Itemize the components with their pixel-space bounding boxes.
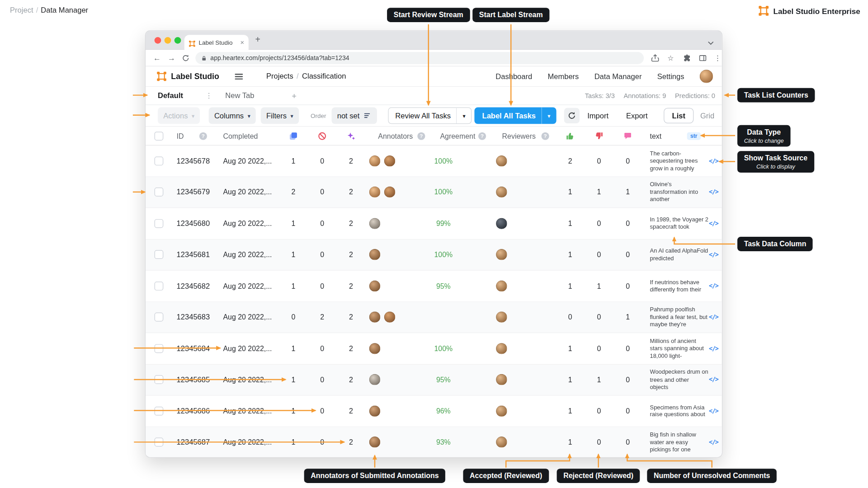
show-source-icon[interactable]: </>	[709, 345, 718, 352]
show-source-icon[interactable]: </>	[709, 188, 718, 196]
row-checkbox[interactable]	[155, 188, 164, 197]
row-checkbox[interactable]	[155, 219, 164, 228]
show-source-icon[interactable]: </>	[709, 439, 718, 446]
side-panel-icon[interactable]	[698, 54, 707, 62]
table-row[interactable]: 12345682Aug 20 2022,...10295%110If neutr…	[146, 271, 722, 302]
help-icon[interactable]	[417, 132, 425, 140]
annotator-avatar[interactable]	[369, 187, 380, 197]
list-view-button[interactable]: List	[664, 108, 693, 123]
row-checkbox[interactable]	[155, 407, 164, 416]
help-icon[interactable]	[199, 132, 207, 140]
label-studio-logo-icon[interactable]	[157, 71, 167, 81]
back-icon[interactable]	[153, 54, 161, 62]
table-row[interactable]: 12345681Aug 20 2022,...102100%100An AI c…	[146, 239, 722, 271]
show-source-icon[interactable]: </>	[709, 376, 718, 383]
breadcrumb-project[interactable]: Project	[10, 6, 33, 14]
annotator-avatar[interactable]	[369, 218, 380, 229]
review-all-tasks-button[interactable]: Review All Tasks	[388, 108, 472, 124]
table-row[interactable]: 12345683Aug 20 2022,...022001Pahrump poo…	[146, 302, 722, 333]
row-checkbox[interactable]	[155, 282, 164, 291]
filters-dropdown[interactable]: Filters	[261, 108, 299, 124]
row-checkbox[interactable]	[155, 313, 164, 322]
nav-settings[interactable]: Settings	[657, 72, 684, 80]
forward-icon[interactable]	[167, 54, 175, 62]
show-source-icon[interactable]: </>	[709, 251, 718, 258]
show-source-icon[interactable]: </>	[709, 220, 718, 227]
actions-dropdown[interactable]: Actions	[158, 108, 200, 124]
annotator-avatar[interactable]	[369, 374, 380, 385]
share-icon[interactable]	[651, 54, 659, 62]
reviewer-avatar[interactable]	[496, 374, 507, 385]
help-icon[interactable]	[542, 132, 549, 140]
reviewer-avatar[interactable]	[496, 281, 507, 291]
close-tab-icon[interactable]	[240, 39, 244, 46]
table-row[interactable]: 12345687Aug 20 2022,...10293%100Big fish…	[146, 427, 722, 458]
annotator-avatar[interactable]	[369, 249, 380, 260]
reviewer-avatar[interactable]	[496, 187, 507, 197]
annotator-avatar[interactable]	[369, 405, 380, 416]
select-all-checkbox[interactable]	[155, 131, 164, 141]
import-button[interactable]: Import	[583, 108, 613, 124]
breadcrumb-projects-link[interactable]: Projects	[266, 72, 293, 80]
chevron-down-icon[interactable]	[542, 113, 557, 118]
col-header-annotators[interactable]: Annotators	[378, 131, 413, 140]
annotator-avatar[interactable]	[369, 281, 380, 291]
show-source-icon[interactable]: </>	[709, 314, 718, 321]
ordering-button[interactable]: not set	[331, 108, 377, 124]
show-source-icon[interactable]: </>	[709, 408, 718, 415]
table-row[interactable]: 12345678Aug 20 2022,...102100%200The car…	[146, 145, 722, 177]
nav-data-manager[interactable]: Data Manager	[594, 72, 642, 80]
data-type-badge[interactable]: str	[687, 132, 701, 140]
minimize-window-button[interactable]	[165, 37, 171, 44]
row-checkbox[interactable]	[155, 438, 164, 447]
browser-tab[interactable]: Label Studio	[184, 35, 249, 50]
table-row[interactable]: 12345685Aug 20 2022,...10295%110Woodpeck…	[146, 364, 722, 395]
annotator-avatar[interactable]	[369, 155, 380, 166]
address-bar[interactable]: app.heartex.com/projects/123456/data?tab…	[195, 52, 644, 64]
table-row[interactable]: 12345686Aug 20 2022,...10296%100Specimen…	[146, 396, 722, 427]
table-row[interactable]: 12345684Aug 20 2022,...102100%100Million…	[146, 333, 722, 364]
annotator-avatar[interactable]	[384, 312, 395, 323]
row-checkbox[interactable]	[155, 344, 164, 353]
add-tab-button[interactable]	[292, 91, 297, 100]
col-header-completed[interactable]: Completed	[223, 131, 258, 140]
annotator-avatar[interactable]	[369, 436, 380, 447]
tab-options-kebab-icon[interactable]	[205, 92, 212, 100]
comments-icon[interactable]	[623, 131, 632, 141]
annotator-avatar[interactable]	[384, 187, 395, 197]
close-window-button[interactable]	[155, 37, 161, 44]
tab-new-tab[interactable]: New Tab	[225, 92, 254, 100]
reviewer-avatar[interactable]	[496, 218, 507, 229]
accepted-thumb-up-icon[interactable]	[566, 131, 575, 141]
row-checkbox[interactable]	[155, 375, 164, 385]
reviewer-avatar[interactable]	[496, 405, 507, 416]
table-row[interactable]: 12345679Aug 20 2022,...202100%111Olivine…	[146, 177, 722, 208]
col-header-reviewers[interactable]: Reviewers	[502, 131, 536, 140]
help-icon[interactable]	[478, 132, 486, 140]
browser-menu-icon[interactable]	[713, 54, 722, 62]
reviewer-avatar[interactable]	[496, 343, 507, 354]
nav-dashboard[interactable]: Dashboard	[495, 72, 532, 80]
user-avatar[interactable]	[700, 70, 713, 83]
refresh-button[interactable]	[564, 108, 580, 123]
chevron-down-icon[interactable]	[708, 38, 714, 42]
label-all-tasks-button[interactable]: Label All Tasks	[474, 108, 556, 124]
annotator-avatar[interactable]	[384, 155, 395, 166]
table-row[interactable]: 12345680Aug 20 2022,...10299%100In 1989,…	[146, 208, 722, 239]
row-checkbox[interactable]	[155, 156, 164, 165]
grid-view-button[interactable]: Grid	[696, 112, 719, 120]
col-header-text[interactable]: text	[650, 131, 662, 140]
export-button[interactable]: Export	[622, 108, 652, 124]
annotator-avatar[interactable]	[369, 312, 380, 323]
annotator-avatar[interactable]	[369, 343, 380, 354]
rejected-thumb-down-icon[interactable]	[594, 131, 604, 141]
col-header-id[interactable]: ID	[177, 131, 184, 140]
reviewer-avatar[interactable]	[496, 312, 507, 323]
col-header-agreement[interactable]: Agreement	[440, 131, 475, 140]
reviewer-avatar[interactable]	[496, 436, 507, 447]
reload-icon[interactable]	[182, 54, 190, 62]
skipped-annotations-icon[interactable]	[318, 131, 327, 141]
chevron-down-icon[interactable]	[457, 113, 472, 118]
annotations-count-icon[interactable]	[289, 131, 298, 141]
show-source-icon[interactable]: </>	[709, 282, 718, 290]
